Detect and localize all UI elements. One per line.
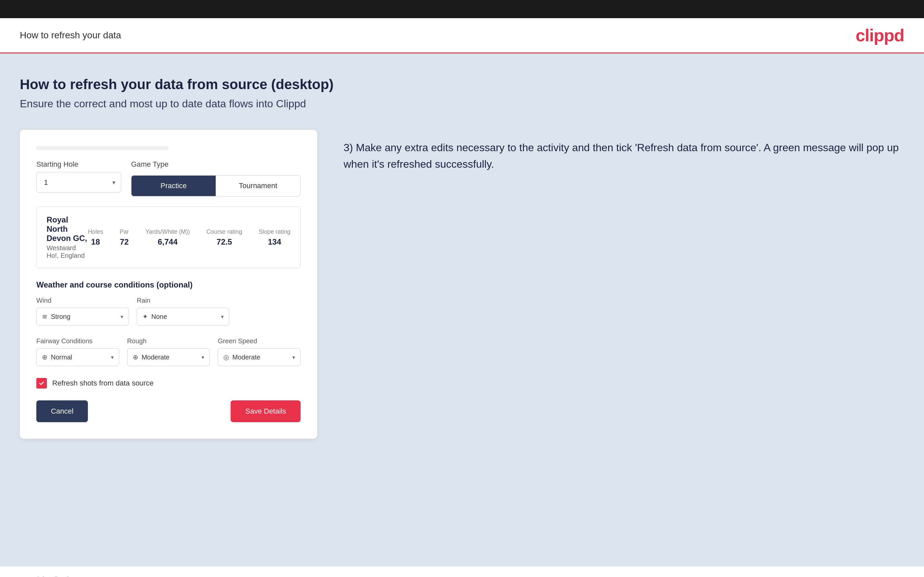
course-rating-value: 72.5 [217, 237, 232, 247]
rough-chevron-icon: ▾ [202, 354, 204, 361]
par-label: Par [120, 229, 129, 235]
yards-label: Yards/White (M)) [145, 229, 190, 235]
course-card: Royal North Devon GC, Westward Ho!, Engl… [36, 206, 300, 268]
slope-rating-value: 134 [268, 237, 281, 247]
rain-chevron-icon: ▾ [221, 314, 224, 320]
fairway-label: Fairway Conditions [36, 337, 119, 345]
main-content: How to refresh your data from source (de… [0, 53, 924, 566]
rough-group: Rough ⊕ Moderate ▾ [127, 337, 210, 366]
slope-rating-label: Slope rating [258, 229, 291, 235]
conditions-grid-2: Fairway Conditions ⊕ Normal ▾ Rough ⊕ Mo… [36, 337, 300, 366]
green-speed-value: Moderate [232, 353, 292, 361]
top-stub [36, 146, 168, 150]
practice-button[interactable]: Practice [131, 176, 216, 196]
green-speed-icon: ◎ [223, 353, 229, 361]
game-type-buttons: Practice Tournament [131, 175, 300, 197]
holes-stat: Holes 18 [88, 229, 103, 247]
refresh-row: Refresh shots from data source [36, 378, 300, 388]
top-bar [0, 0, 924, 18]
starting-hole-group: Starting Hole 1 ▾ [36, 160, 121, 197]
green-speed-chevron-icon: ▾ [292, 354, 295, 361]
side-instruction: 3) Make any extra edits necessary to the… [344, 130, 904, 172]
course-info: Royal North Devon GC, Westward Ho!, Engl… [47, 215, 88, 259]
fairway-chevron-icon: ▾ [111, 354, 114, 361]
content-area: Starting Hole 1 ▾ Game Type Practice Tou… [20, 130, 904, 439]
refresh-checkbox[interactable] [36, 378, 47, 388]
rough-dropdown[interactable]: ⊕ Moderate ▾ [127, 348, 210, 366]
logo: clippd [856, 26, 904, 45]
green-speed-group: Green Speed ◎ Moderate ▾ [218, 337, 300, 366]
wind-chevron-icon: ▾ [121, 314, 123, 320]
wind-value: Strong [51, 313, 121, 321]
par-value: 72 [120, 237, 129, 247]
yards-value: 6,744 [158, 237, 178, 247]
page-subtitle: Ensure the correct and most up to date d… [20, 98, 904, 110]
yards-stat: Yards/White (M)) 6,744 [145, 229, 190, 247]
hole-gametype-row: Starting Hole 1 ▾ Game Type Practice Tou… [36, 160, 300, 197]
footer: Copyright Clippd 2022 [0, 566, 924, 577]
fairway-icon: ⊕ [42, 353, 48, 361]
course-rating-stat: Course rating 72.5 [207, 229, 242, 247]
game-type-label: Game Type [131, 160, 300, 169]
starting-hole-select-wrapper: 1 ▾ [36, 172, 121, 193]
starting-hole-select[interactable]: 1 [36, 172, 121, 193]
save-button[interactable]: Save Details [231, 400, 300, 422]
page-breadcrumb: How to refresh your data [20, 30, 121, 40]
fairway-value: Normal [51, 353, 111, 361]
rough-value: Moderate [142, 353, 202, 361]
rough-icon: ⊕ [133, 353, 139, 361]
game-type-group: Game Type Practice Tournament [131, 160, 300, 197]
conditions-grid: Wind ≋ Strong ▾ Rain ✦ None ▾ [36, 297, 300, 326]
instruction-text: 3) Make any extra edits necessary to the… [344, 140, 904, 172]
rain-icon: ✦ [142, 313, 148, 321]
rain-label: Rain [137, 297, 229, 305]
fairway-group: Fairway Conditions ⊕ Normal ▾ [36, 337, 119, 366]
fairway-dropdown[interactable]: ⊕ Normal ▾ [36, 348, 119, 366]
course-stats: Holes 18 Par 72 Yards/White (M)) 6,744 C… [88, 229, 291, 247]
starting-hole-label: Starting Hole [36, 160, 121, 169]
conditions-title: Weather and course conditions (optional) [36, 280, 300, 290]
tournament-button[interactable]: Tournament [216, 176, 300, 196]
refresh-label: Refresh shots from data source [52, 379, 153, 387]
green-speed-label: Green Speed [218, 337, 300, 345]
wind-label: Wind [36, 297, 129, 305]
form-panel: Starting Hole 1 ▾ Game Type Practice Tou… [20, 130, 317, 439]
header: How to refresh your data clippd [0, 18, 924, 53]
rain-dropdown[interactable]: ✦ None ▾ [137, 308, 229, 326]
slope-rating-stat: Slope rating 134 [258, 229, 291, 247]
par-stat: Par 72 [120, 229, 129, 247]
wind-dropdown[interactable]: ≋ Strong ▾ [36, 308, 129, 326]
wind-group: Wind ≋ Strong ▾ [36, 297, 129, 326]
cancel-button[interactable]: Cancel [36, 400, 88, 422]
page-title: How to refresh your data from source (de… [20, 77, 904, 92]
copyright-text: Copyright Clippd 2022 [20, 576, 85, 577]
holes-label: Holes [88, 229, 103, 235]
rough-label: Rough [127, 337, 210, 345]
course-name: Royal North Devon GC, [47, 215, 88, 243]
course-location: Westward Ho!, England [47, 244, 88, 259]
wind-icon: ≋ [42, 313, 48, 321]
rain-group: Rain ✦ None ▾ [137, 297, 229, 326]
course-rating-label: Course rating [207, 229, 242, 235]
form-actions: Cancel Save Details [36, 400, 300, 422]
green-speed-dropdown[interactable]: ◎ Moderate ▾ [218, 348, 300, 366]
rain-value: None [151, 313, 221, 321]
holes-value: 18 [91, 237, 100, 247]
